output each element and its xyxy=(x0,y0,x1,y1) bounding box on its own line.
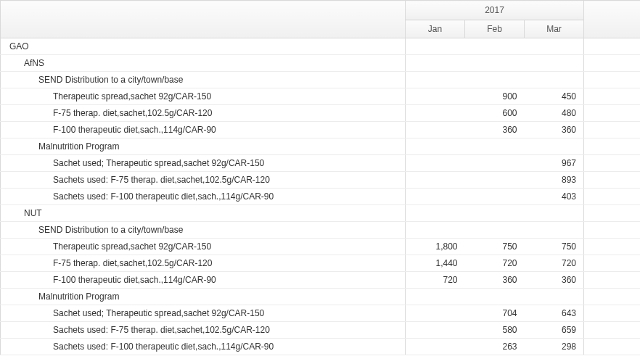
cell-value xyxy=(406,172,465,189)
cell-value: 750 xyxy=(525,239,584,255)
table-row[interactable]: Sachet used; Therapeutic spread,sachet 9… xyxy=(1,155,641,172)
cell-value xyxy=(406,222,465,239)
row-label[interactable]: F-100 therapeutic diet,sach.,114g/CAR-90 xyxy=(1,272,406,289)
cell-value: 659 xyxy=(525,322,584,339)
row-label[interactable]: NUT xyxy=(1,205,406,222)
cell-value: 600 xyxy=(465,105,525,122)
cell-value: 580 xyxy=(465,322,525,339)
cell-value xyxy=(406,38,465,55)
cell-tail xyxy=(584,72,641,88)
cell-value xyxy=(525,55,584,72)
row-label[interactable]: F-75 therap. diet,sachet,102.5g/CAR-120 xyxy=(1,255,406,272)
table-row[interactable]: GAO xyxy=(1,38,641,55)
row-label[interactable]: SEND Distribution to a city/town/base xyxy=(1,72,406,88)
table-row[interactable]: AfNS xyxy=(1,55,641,72)
cell-tail xyxy=(584,38,641,55)
cell-tail xyxy=(584,272,641,289)
row-label[interactable]: Sachets used: F-75 therap. diet,sachet,1… xyxy=(1,172,406,189)
row-label[interactable]: Sachets used: F-75 therap. diet,sachet,1… xyxy=(1,322,406,339)
cell-tail xyxy=(584,105,641,122)
row-label[interactable]: Therapeutic spread,sachet 92g/CAR-150 xyxy=(1,88,406,105)
cell-value: 298 xyxy=(525,339,584,355)
cell-value xyxy=(465,55,525,72)
row-label-text: Sachets used: F-100 therapeutic diet,sac… xyxy=(1,342,274,352)
row-label[interactable]: Malnutrition Program xyxy=(1,289,406,305)
row-label-text: Sachets used: F-75 therap. diet,sachet,1… xyxy=(1,325,270,335)
cell-tail xyxy=(584,255,641,272)
table-row[interactable]: NUT xyxy=(1,205,641,222)
cell-value: 967 xyxy=(525,155,584,172)
table-row[interactable]: Therapeutic spread,sachet 92g/CAR-1501,8… xyxy=(1,239,641,255)
table-row[interactable]: F-100 therapeutic diet,sach.,114g/CAR-90… xyxy=(1,122,641,138)
cell-value: 720 xyxy=(465,255,525,272)
cell-value: 1,800 xyxy=(406,239,465,255)
cell-tail xyxy=(584,205,641,222)
cell-value xyxy=(406,72,465,88)
cell-tail xyxy=(584,55,641,72)
table-row[interactable]: F-100 therapeutic diet,sach.,114g/CAR-90… xyxy=(1,272,641,289)
cell-value xyxy=(406,339,465,355)
cell-value xyxy=(406,155,465,172)
cell-tail xyxy=(584,172,641,189)
cell-value xyxy=(406,289,465,305)
row-label[interactable]: Sachet used; Therapeutic spread,sachet 9… xyxy=(1,305,406,322)
cell-value: 360 xyxy=(525,122,584,138)
cell-value xyxy=(406,105,465,122)
row-label-text: Therapeutic spread,sachet 92g/CAR-150 xyxy=(1,91,211,102)
cell-tail xyxy=(584,239,641,255)
table-row[interactable]: Therapeutic spread,sachet 92g/CAR-150900… xyxy=(1,88,641,105)
row-label[interactable]: Therapeutic spread,sachet 92g/CAR-150 xyxy=(1,239,406,255)
row-label-text: Sachet used; Therapeutic spread,sachet 9… xyxy=(1,308,264,318)
cell-tail xyxy=(584,155,641,172)
table-row[interactable]: Sachets used: F-75 therap. diet,sachet,1… xyxy=(1,172,641,189)
row-label[interactable]: Sachets used: F-100 therapeutic diet,sac… xyxy=(1,339,406,355)
row-label[interactable]: SEND Distribution to a city/town/base xyxy=(1,222,406,239)
row-label[interactable]: Sachet used; Therapeutic spread,sachet 9… xyxy=(1,155,406,172)
header-month-feb[interactable]: Feb xyxy=(465,20,525,38)
table-row[interactable]: Sachets used: F-75 therap. diet,sachet,1… xyxy=(1,322,641,339)
cell-tail xyxy=(584,222,641,239)
row-label-text: F-100 therapeutic diet,sach.,114g/CAR-90 xyxy=(1,125,216,135)
row-label-text: Sachets used: F-75 therap. diet,sachet,1… xyxy=(1,175,270,185)
cell-value xyxy=(465,205,525,222)
cell-value xyxy=(406,189,465,205)
row-label-text: SEND Distribution to a city/town/base xyxy=(1,225,183,235)
row-label[interactable]: AfNS xyxy=(1,55,406,72)
cell-value: 263 xyxy=(465,339,525,355)
header-tail xyxy=(584,1,641,38)
table-row[interactable]: F-75 therap. diet,sachet,102.5g/CAR-1201… xyxy=(1,255,641,272)
header-year[interactable]: 2017 xyxy=(406,1,584,20)
table-row[interactable]: SEND Distribution to a city/town/base xyxy=(1,72,641,88)
table-row[interactable]: SEND Distribution to a city/town/base xyxy=(1,222,641,239)
row-label[interactable]: GAO xyxy=(1,38,406,55)
table-row[interactable]: Malnutrition Program xyxy=(1,289,641,305)
row-label-text: NUT xyxy=(1,208,42,218)
cell-value xyxy=(406,138,465,155)
row-label[interactable]: F-100 therapeutic diet,sach.,114g/CAR-90 xyxy=(1,122,406,138)
table-row[interactable]: Sachets used: F-100 therapeutic diet,sac… xyxy=(1,189,641,205)
cell-value: 720 xyxy=(525,255,584,272)
row-label[interactable]: F-75 therap. diet,sachet,102.5g/CAR-120 xyxy=(1,105,406,122)
row-label-text: Malnutrition Program xyxy=(1,141,119,152)
cell-value xyxy=(525,205,584,222)
row-label-text: SEND Distribution to a city/town/base xyxy=(1,75,183,85)
cell-tail xyxy=(584,189,641,205)
cell-value xyxy=(525,222,584,239)
cell-tail xyxy=(584,322,641,339)
cell-value xyxy=(465,138,525,155)
header-month-jan[interactable]: Jan xyxy=(406,20,465,38)
cell-value: 720 xyxy=(406,272,465,289)
row-label[interactable]: Sachets used: F-100 therapeutic diet,sac… xyxy=(1,189,406,205)
cell-value xyxy=(525,38,584,55)
table-row[interactable]: Sachets used: F-100 therapeutic diet,sac… xyxy=(1,339,641,355)
cell-tail xyxy=(584,88,641,105)
row-label-text: F-75 therap. diet,sachet,102.5g/CAR-120 xyxy=(1,258,212,268)
table-row[interactable]: Malnutrition Program xyxy=(1,138,641,155)
table-body: GAOAfNSSEND Distribution to a city/town/… xyxy=(1,38,641,355)
row-label-text: Sachet used; Therapeutic spread,sachet 9… xyxy=(1,158,264,168)
cell-value xyxy=(525,72,584,88)
row-label[interactable]: Malnutrition Program xyxy=(1,138,406,155)
table-row[interactable]: Sachet used; Therapeutic spread,sachet 9… xyxy=(1,305,641,322)
header-month-mar[interactable]: Mar xyxy=(525,20,584,38)
table-row[interactable]: F-75 therap. diet,sachet,102.5g/CAR-1206… xyxy=(1,105,641,122)
